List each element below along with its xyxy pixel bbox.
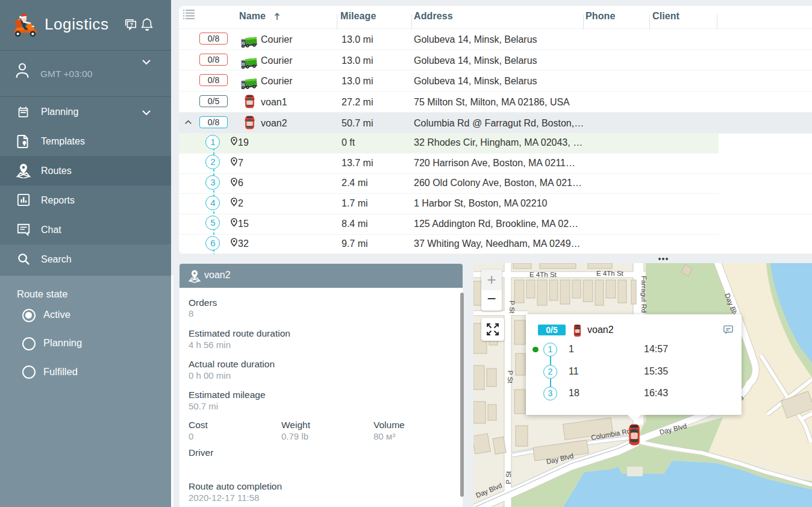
svg-text:P St: P St [505,471,512,484]
svg-text:?: ? [130,22,133,28]
svg-text:E 4Th St: E 4Th St [529,271,557,278]
svg-text:Farragut Rd: Farragut Rd [640,276,648,313]
svg-text:P St: P St [507,370,514,384]
svg-text:E 4Th St: E 4Th St [596,270,624,277]
svg-text:P St: P St [508,300,516,314]
